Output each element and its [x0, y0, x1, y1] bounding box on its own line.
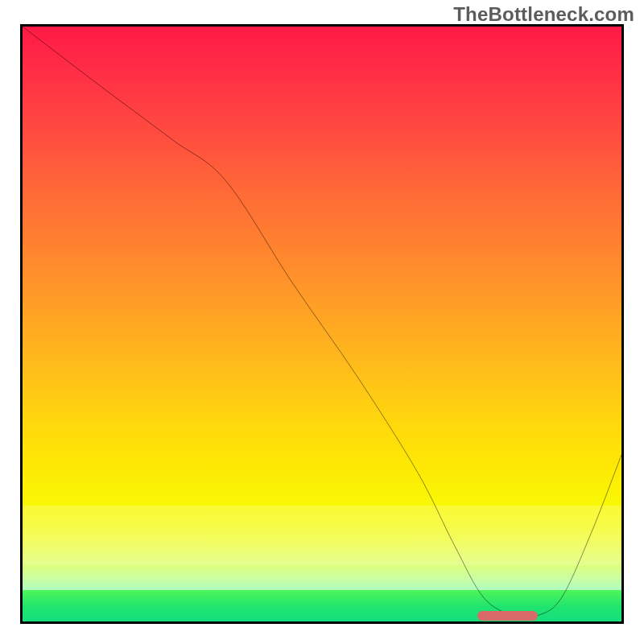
plot-area	[20, 24, 624, 624]
curve-svg	[23, 27, 621, 621]
chart-frame: TheBottleneck.com	[0, 0, 644, 644]
bottleneck-curve-line	[23, 27, 621, 617]
optimal-marker	[477, 611, 537, 621]
watermark-text: TheBottleneck.com	[453, 3, 634, 26]
